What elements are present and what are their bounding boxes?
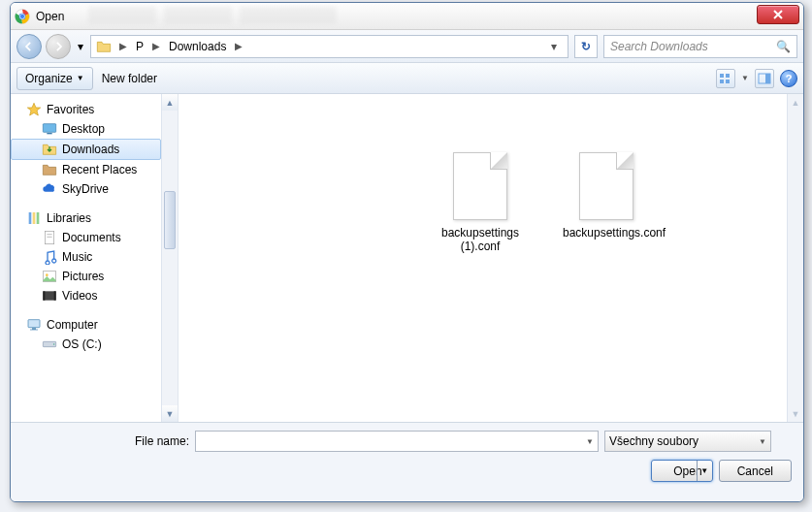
svg-rect-11 <box>43 124 55 133</box>
nav-item-skydrive[interactable]: SkyDrive <box>11 179 161 199</box>
scroll-down-icon[interactable]: ▼ <box>162 405 178 422</box>
address-dropdown[interactable]: ▾ <box>546 40 562 53</box>
svg-rect-6 <box>726 74 730 78</box>
file-list-pane[interactable]: backupsettings (1).conf backupsettings.c… <box>178 94 803 422</box>
nav-item-documents[interactable]: Documents <box>11 228 161 247</box>
breadcrumb-sep[interactable]: ▶ <box>114 41 132 51</box>
svg-rect-25 <box>32 328 36 329</box>
svg-point-4 <box>20 14 24 17</box>
bottom-panel: File name: ▼ Všechny soubory ▼ Open ▼ Ca… <box>11 422 803 501</box>
window-title: Open <box>36 10 64 23</box>
navigation-pane: Favorites Desktop Downloads Recent Place… <box>11 94 178 422</box>
body: Favorites Desktop Downloads Recent Place… <box>11 94 803 422</box>
svg-rect-10 <box>765 74 770 83</box>
sidebar-scrollbar[interactable]: ▲ ▼ <box>161 94 178 422</box>
nav-item-drive-c[interactable]: OS (C:) <box>11 335 161 354</box>
scroll-up-icon[interactable]: ▲ <box>162 94 178 111</box>
file-name: backupsettings.conf <box>563 226 650 240</box>
nav-item-downloads[interactable]: Downloads <box>11 139 161 160</box>
chevron-down-icon[interactable]: ▼ <box>586 437 594 446</box>
recent-places-icon <box>42 162 57 177</box>
chevron-down-icon[interactable]: ▼ <box>759 437 766 446</box>
search-icon: 🔍 <box>776 40 791 53</box>
svg-rect-13 <box>29 212 32 224</box>
preview-pane-button[interactable] <box>755 69 774 88</box>
file-name: backupsettings (1).conf <box>437 226 524 253</box>
chrome-icon <box>15 9 30 24</box>
star-icon <box>26 102 42 117</box>
chevron-down-icon: ▼ <box>77 74 84 82</box>
toolbar: Organize ▼ New folder ▼ ? <box>11 63 803 94</box>
scroll-thumb[interactable] <box>164 191 176 249</box>
svg-rect-22 <box>43 291 45 300</box>
breadcrumb-sep[interactable]: ▶ <box>230 41 247 51</box>
file-icon <box>579 152 633 220</box>
svg-rect-24 <box>28 320 40 328</box>
breadcrumb-folder[interactable]: Downloads <box>165 36 230 57</box>
filetype-select[interactable]: Všechny soubory ▼ <box>604 431 771 452</box>
svg-point-20 <box>46 273 49 276</box>
svg-rect-16 <box>45 231 53 243</box>
nav-item-recent-places[interactable]: Recent Places <box>11 160 161 179</box>
documents-icon <box>42 230 57 245</box>
nav-item-music[interactable]: Music <box>11 247 161 267</box>
nav-item-pictures[interactable]: Pictures <box>11 267 161 286</box>
refresh-button[interactable]: ↻ <box>574 35 598 58</box>
recent-locations-dropdown[interactable]: ▾ <box>75 34 86 59</box>
filename-input[interactable]: ▼ <box>195 431 599 452</box>
libraries-icon <box>26 210 42 226</box>
chevron-down-icon[interactable]: ▼ <box>741 74 749 82</box>
open-button[interactable]: Open ▼ <box>651 460 712 482</box>
filename-label: File name: <box>22 434 189 448</box>
file-item[interactable]: backupsettings.conf <box>563 152 650 253</box>
svg-rect-15 <box>37 212 40 224</box>
svg-rect-23 <box>54 291 56 300</box>
new-folder-button[interactable]: New folder <box>93 67 166 90</box>
address-bar[interactable]: ▶ P ▶ Downloads ▶ ▾ <box>90 35 568 58</box>
scroll-up-icon: ▲ <box>788 94 803 111</box>
nav-computer[interactable]: Computer <box>11 315 161 335</box>
svg-rect-5 <box>720 74 724 78</box>
main-scrollbar[interactable]: ▲ ▼ <box>787 94 803 422</box>
videos-icon <box>42 288 57 304</box>
file-item[interactable]: backupsettings (1).conf <box>437 152 524 253</box>
desktop-icon <box>42 121 57 137</box>
search-placeholder: Search Downloads <box>610 40 708 53</box>
svg-rect-7 <box>720 80 724 83</box>
file-icon <box>453 152 507 220</box>
organize-button[interactable]: Organize ▼ <box>16 67 93 90</box>
nav-item-videos[interactable]: Videos <box>11 286 161 305</box>
cancel-button[interactable]: Cancel <box>719 460 792 482</box>
title-bar: Open <box>11 3 803 30</box>
downloads-icon <box>42 142 57 157</box>
svg-rect-8 <box>726 80 730 83</box>
folder-icon <box>95 38 113 55</box>
computer-icon <box>26 317 42 333</box>
scroll-down-icon: ▼ <box>788 405 803 422</box>
forward-button[interactable] <box>46 34 71 59</box>
breadcrumb-sep[interactable]: ▶ <box>147 41 165 51</box>
svg-rect-12 <box>47 133 51 134</box>
nav-item-desktop[interactable]: Desktop <box>11 119 161 139</box>
nav-favorites[interactable]: Favorites <box>11 100 161 119</box>
pictures-icon <box>42 269 57 284</box>
change-view-button[interactable] <box>716 69 735 88</box>
open-file-dialog: Open ▾ ▶ P ▶ Downloads ▶ ▾ ↻ S <box>10 2 804 502</box>
drive-icon <box>42 336 57 352</box>
skydrive-icon <box>42 181 57 197</box>
search-input[interactable]: Search Downloads 🔍 <box>603 35 797 58</box>
nav-row: ▾ ▶ P ▶ Downloads ▶ ▾ ↻ Search Downloads… <box>11 30 803 63</box>
help-button[interactable]: ? <box>780 70 797 87</box>
breadcrumb-root[interactable]: P <box>132 36 147 57</box>
svg-rect-26 <box>30 330 38 331</box>
open-split-dropdown[interactable]: ▼ <box>697 461 712 481</box>
music-icon <box>42 249 57 265</box>
nav-libraries[interactable]: Libraries <box>11 208 161 228</box>
close-button[interactable] <box>757 5 799 24</box>
back-button[interactable] <box>16 34 42 59</box>
svg-point-28 <box>53 343 54 344</box>
svg-rect-14 <box>33 212 36 224</box>
